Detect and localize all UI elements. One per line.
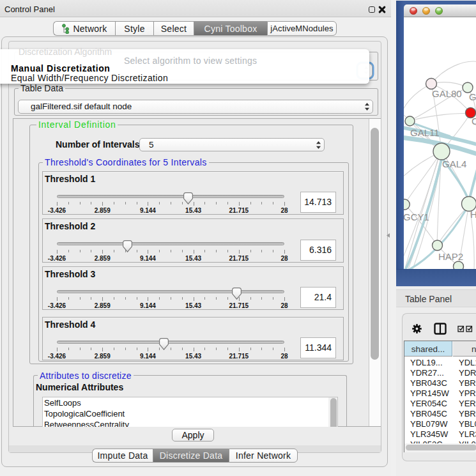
svg-text:HAP2: HAP2: [438, 251, 463, 262]
svg-text:GAL80: GAL80: [432, 88, 462, 99]
svg-text:G.: G.: [469, 91, 476, 102]
svg-text:H: H: [470, 209, 476, 220]
svg-text:GAL11: GAL11: [410, 127, 440, 138]
svg-text:GAL4: GAL4: [442, 158, 466, 169]
svg-text:GCY1: GCY1: [404, 211, 429, 222]
svg-text:C: C: [472, 116, 476, 127]
